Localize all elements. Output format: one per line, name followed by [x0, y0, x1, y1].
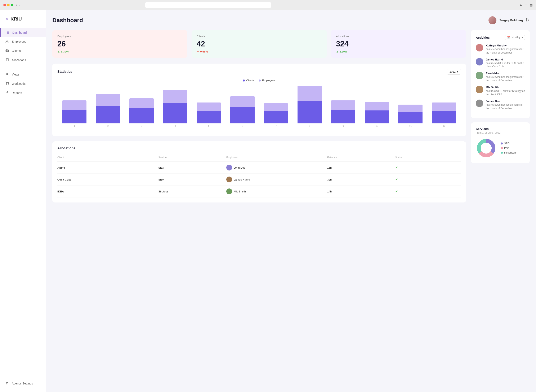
- activity-avatar: [476, 86, 483, 93]
- activity-item: Mia Smith has tracked 13 ours for Strate…: [476, 86, 525, 96]
- activity-name: Kathryn Murphy: [486, 44, 525, 47]
- bar-month-label: 3: [141, 125, 142, 127]
- chart-legend: Clients Employees: [57, 79, 461, 82]
- stat-change-text-alloc: 2.29%: [340, 50, 347, 53]
- share-icon[interactable]: ▲: [519, 3, 523, 7]
- activity-item: James Doe has reviewed her assignments f…: [476, 100, 525, 110]
- address-bar[interactable]: [145, 2, 271, 8]
- sidebar-item-clients[interactable]: Clients: [0, 46, 46, 56]
- bar-clients-segment: [230, 107, 255, 123]
- bar-employees-segment: [129, 98, 154, 108]
- svg-point-7: [6, 84, 7, 84]
- svg-rect-1: [6, 50, 8, 52]
- sidebar-item-views[interactable]: Views: [0, 70, 46, 79]
- cell-client: Coca Cola: [57, 178, 156, 181]
- activity-description: has reviewed her assignments for the mon…: [486, 103, 525, 110]
- activity-avatar: [476, 58, 483, 65]
- sidebar-item-employees[interactable]: Employees: [0, 37, 46, 46]
- stat-card-employees: Employees 26 ▲ 5.39%: [52, 30, 187, 58]
- donut-svg: [476, 138, 497, 159]
- cell-client: Apple: [57, 166, 156, 169]
- employee-avatar: [226, 165, 232, 170]
- traffic-lights: [3, 4, 13, 6]
- cell-employee: Mis Smith: [226, 188, 325, 194]
- sidebar-item-reports[interactable]: Reports: [0, 88, 46, 98]
- stat-change-clients: ▼ 0.65%: [197, 50, 322, 53]
- bar-month-label: 9: [342, 125, 344, 127]
- sidebar-label-settings: Agency Settings: [12, 382, 33, 385]
- legend-employees: Employees: [259, 79, 275, 82]
- sidebar-item-workloads[interactable]: Workloads: [0, 79, 46, 88]
- right-panel: Activities 📅 Monthly ▾ Kathryn Murphy ha…: [471, 30, 530, 202]
- browser-nav: ‹ ›: [16, 3, 20, 7]
- activity-content: Kathryn Murphy has reviewed her assignme…: [486, 44, 525, 55]
- stat-card-allocations: Allocations 324 ▲ 2.29%: [331, 30, 466, 58]
- bar-clients-segment: [264, 111, 288, 123]
- minimize-button[interactable]: [7, 4, 10, 6]
- allocations-header: Allocations: [57, 146, 461, 150]
- stat-label-allocations: Allocations: [336, 35, 461, 38]
- seo-dot: [501, 142, 503, 145]
- employee-name: Mis Smith: [234, 190, 246, 193]
- cell-status: ✓: [395, 177, 461, 182]
- table-header: Client Service Employee Estimated Status: [57, 154, 461, 162]
- bar-clients-segment: [62, 110, 86, 123]
- donut-container: SEO Paid Influencers: [476, 138, 525, 159]
- bar-month-label: 4: [175, 125, 176, 127]
- back-icon[interactable]: ‹: [16, 3, 17, 7]
- sidebar-item-settings[interactable]: ⚙ Agency Settings: [0, 379, 46, 388]
- activity-item: Elon Melon has reviewed her assignments …: [476, 72, 525, 82]
- page-title: Dashboard: [52, 17, 83, 24]
- bar-employees-segment: [197, 103, 221, 111]
- bar-employees-segment: [96, 94, 120, 106]
- activity-name: James Harrid: [486, 58, 525, 61]
- allocations-icon: [5, 58, 9, 62]
- logout-icon[interactable]: [526, 18, 530, 23]
- monthly-label: Monthly: [512, 36, 520, 39]
- col-estimated: Estimated: [327, 156, 393, 159]
- col-service: Service: [158, 156, 224, 159]
- forward-icon[interactable]: ›: [19, 3, 20, 7]
- stat-value-allocations: 324: [336, 40, 461, 48]
- add-tab-icon[interactable]: +: [525, 3, 527, 7]
- bar-group: 2: [92, 94, 124, 127]
- bar-employees-segment: [62, 100, 86, 110]
- allocations-section: Allocations Client Service Employee Esti…: [52, 141, 466, 202]
- bar-employees-segment: [365, 102, 389, 110]
- bar-group: 4: [159, 90, 192, 127]
- svg-point-0: [6, 40, 7, 41]
- sidebar-label-clients: Clients: [12, 49, 21, 52]
- cell-status: ✓: [395, 190, 461, 193]
- close-button[interactable]: [3, 4, 6, 6]
- monthly-filter[interactable]: 📅 Monthly ▾: [505, 35, 525, 40]
- legend-clients: Clients: [243, 79, 255, 82]
- sidebar-item-allocations[interactable]: Allocations: [0, 56, 46, 65]
- bar-group: 12: [428, 103, 460, 127]
- sidebar-icon[interactable]: ▤: [530, 3, 533, 7]
- activity-item: Kathryn Murphy has reviewed her assignme…: [476, 44, 525, 55]
- year-selector[interactable]: 2022 ▾: [447, 69, 461, 75]
- browser-chrome: ‹ › ▲ + ▤: [0, 0, 536, 10]
- seo-label: SEO: [504, 142, 509, 145]
- bar-employees-segment: [264, 103, 288, 111]
- legend-paid: Paid: [501, 147, 517, 149]
- activity-description: has tracked 13 ours for Strategy on the …: [486, 89, 525, 96]
- bar-group: 1: [58, 100, 91, 127]
- activities-title: Activities: [476, 36, 490, 39]
- maximize-button[interactable]: [11, 4, 13, 6]
- bar-clients-segment: [298, 101, 322, 123]
- cell-service: SEO: [158, 166, 224, 169]
- employee-name: James Harrid: [234, 178, 250, 181]
- main-nav: ⊞ Dashboard Employees Clients Allocatio: [0, 28, 46, 65]
- col-client: Client: [57, 156, 156, 159]
- stat-label-employees: Employees: [57, 35, 182, 38]
- logo-icon: ✳: [5, 16, 9, 22]
- donut-chart: [476, 138, 497, 159]
- sidebar-item-dashboard[interactable]: ⊞ Dashboard: [0, 28, 46, 37]
- cell-employee: James Harrid: [226, 177, 325, 182]
- statistics-header: Statistics 2022 ▾: [57, 69, 461, 75]
- activities-header: Activities 📅 Monthly ▾: [476, 35, 525, 40]
- employee-avatar: [226, 188, 232, 194]
- stat-change-allocations: ▲ 2.29%: [336, 50, 461, 53]
- bar-group: 11: [394, 105, 427, 127]
